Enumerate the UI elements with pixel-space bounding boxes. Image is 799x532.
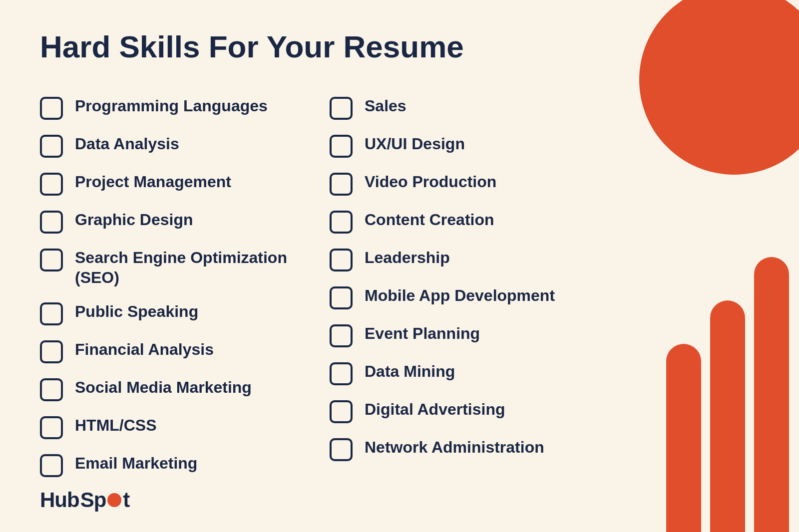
logo-hub: Hub xyxy=(40,488,79,512)
right-skill-item: UX/UI Design xyxy=(330,127,589,165)
skill-label: Digital Advertising xyxy=(365,399,505,419)
arch-2 xyxy=(710,300,745,532)
arch-1 xyxy=(754,257,789,532)
checkbox-icon[interactable] xyxy=(40,378,63,401)
footer: Hub Sp t xyxy=(40,488,129,512)
skill-label: Data Mining xyxy=(365,361,455,381)
decoration xyxy=(589,0,799,532)
left-skill-item: Public Speaking xyxy=(40,294,300,332)
skill-label: Search Engine Optimization (SEO) xyxy=(75,248,300,287)
checkbox-icon[interactable] xyxy=(40,173,63,196)
left-skills-column: Programming LanguagesData AnalysisProjec… xyxy=(40,89,300,484)
skill-label: Project Management xyxy=(75,172,231,192)
skill-label: Content Creation xyxy=(365,210,494,230)
left-skill-item: Email Marketing xyxy=(40,446,300,484)
skill-label: Video Production xyxy=(365,172,496,192)
checkbox-icon[interactable] xyxy=(40,454,63,477)
checkbox-icon[interactable] xyxy=(40,211,63,234)
checkbox-icon[interactable] xyxy=(330,135,353,158)
checkbox-icon[interactable] xyxy=(40,416,63,439)
checkbox-icon[interactable] xyxy=(40,135,63,158)
right-skill-item: Digital Advertising xyxy=(330,392,589,430)
skill-label: Social Media Marketing xyxy=(75,377,252,397)
skill-label: Graphic Design xyxy=(75,210,193,230)
checkbox-icon[interactable] xyxy=(40,97,63,120)
checkbox-icon[interactable] xyxy=(330,211,353,234)
skill-label: Email Marketing xyxy=(75,453,197,473)
right-skill-item: Event Planning xyxy=(330,316,589,354)
right-skill-item: Video Production xyxy=(330,165,589,203)
logo-t: t xyxy=(123,488,129,512)
checkbox-icon[interactable] xyxy=(40,249,63,271)
decorative-arches xyxy=(666,243,799,532)
left-skill-item: Search Engine Optimization (SEO) xyxy=(40,241,300,294)
skill-label: Financial Analysis xyxy=(75,339,214,359)
checkbox-icon[interactable] xyxy=(330,324,353,347)
logo-sprocket-icon xyxy=(107,493,121,507)
left-skill-item: Financial Analysis xyxy=(40,332,300,370)
main-container: Hard Skills For Your Resume Programming … xyxy=(0,0,799,532)
right-skill-item: Mobile App Development xyxy=(330,278,589,316)
skills-grid: Programming LanguagesData AnalysisProjec… xyxy=(40,89,589,484)
decorative-circle xyxy=(639,0,799,175)
right-skill-item: Content Creation xyxy=(330,203,589,241)
left-skill-item: Social Media Marketing xyxy=(40,370,300,408)
skill-label: Network Administration xyxy=(365,437,544,457)
left-skill-item: Project Management xyxy=(40,165,300,203)
checkbox-icon[interactable] xyxy=(330,400,353,423)
skill-label: Programming Languages xyxy=(75,96,268,116)
checkbox-icon[interactable] xyxy=(330,362,353,385)
skill-label: Public Speaking xyxy=(75,301,198,321)
right-skill-item: Data Mining xyxy=(330,354,589,392)
right-skill-item: Sales xyxy=(330,89,589,127)
checkbox-icon[interactable] xyxy=(330,438,353,461)
checkbox-icon[interactable] xyxy=(330,249,353,271)
left-skill-item: Programming Languages xyxy=(40,89,300,127)
arch-3 xyxy=(666,344,701,532)
checkbox-icon[interactable] xyxy=(330,173,353,196)
skill-label: Data Analysis xyxy=(75,134,179,154)
skill-label: HTML/CSS xyxy=(75,415,157,435)
skill-label: Leadership xyxy=(365,248,450,267)
right-skill-item: Leadership xyxy=(330,241,589,278)
logo-sp: Sp xyxy=(80,488,106,512)
left-skill-item: HTML/CSS xyxy=(40,408,300,446)
left-skill-item: Data Analysis xyxy=(40,127,300,165)
right-skills-column: SalesUX/UI DesignVideo ProductionContent… xyxy=(330,89,589,484)
skill-label: UX/UI Design xyxy=(365,134,465,154)
page-title: Hard Skills For Your Resume xyxy=(40,30,489,64)
hubspot-logo: Hub Sp t xyxy=(40,488,129,512)
skill-label: Mobile App Development xyxy=(365,285,555,305)
skill-label: Event Planning xyxy=(365,323,480,343)
right-skill-item: Network Administration xyxy=(330,430,589,468)
left-skill-item: Graphic Design xyxy=(40,203,300,241)
checkbox-icon[interactable] xyxy=(330,286,353,309)
checkbox-icon[interactable] xyxy=(330,97,353,120)
skill-label: Sales xyxy=(365,96,406,116)
checkbox-icon[interactable] xyxy=(40,302,63,325)
checkbox-icon[interactable] xyxy=(40,340,63,363)
